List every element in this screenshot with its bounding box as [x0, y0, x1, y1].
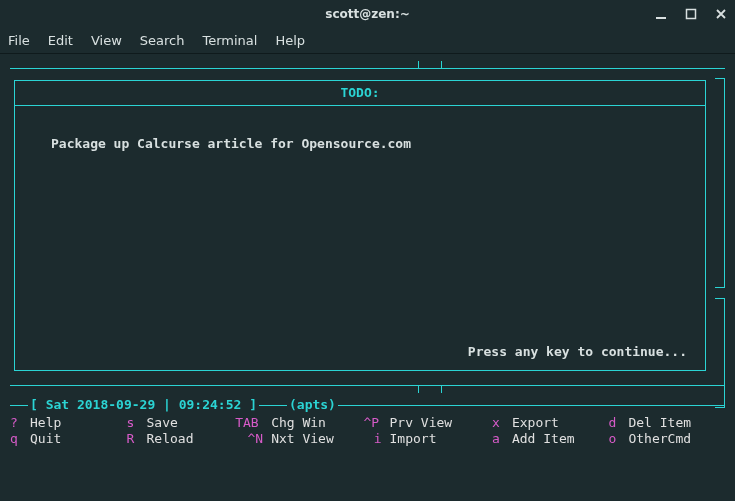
key-chgwin-l: Chg Win	[271, 415, 326, 431]
keybindings: ?Help sSave TABChg Win ^PPrv View xExpor…	[10, 415, 725, 447]
menu-search[interactable]: Search	[140, 33, 185, 48]
key-save-l: Save	[147, 415, 178, 431]
status-bar: [ Sat 2018-09-29 | 09:24:52 ] (apts)	[10, 397, 725, 413]
key-reload-k: R	[127, 431, 147, 447]
key-quit-k: q	[10, 431, 30, 447]
bottom-rule	[10, 377, 725, 393]
key-export-k: x	[492, 415, 512, 431]
menu-edit[interactable]: Edit	[48, 33, 73, 48]
menu-file[interactable]: File	[8, 33, 30, 48]
key-help-l: Help	[30, 415, 61, 431]
key-nxtview-k: ^N	[235, 431, 271, 447]
key-save-k: s	[127, 415, 147, 431]
menu-help[interactable]: Help	[275, 33, 305, 48]
menu-terminal[interactable]: Terminal	[202, 33, 257, 48]
svg-rect-1	[687, 10, 696, 19]
side-panel-fragment-lower	[715, 298, 725, 408]
key-import-k: i	[364, 431, 390, 447]
key-row-1: ?Help sSave TABChg Win ^PPrv View xExpor…	[10, 415, 725, 431]
svg-rect-0	[656, 17, 666, 19]
key-nxtview-l: Nxt View	[271, 431, 334, 447]
key-delitem-k: d	[608, 415, 628, 431]
side-panel-fragment-upper	[715, 78, 725, 288]
key-quit-l: Quit	[30, 431, 61, 447]
key-row-2: qQuit RReload ^NNxt View iImport aAdd It…	[10, 431, 725, 447]
key-reload-l: Reload	[147, 431, 194, 447]
minimize-icon[interactable]	[653, 6, 669, 22]
todo-panel: TODO: Package up Calcurse article for Op…	[14, 80, 706, 371]
window-controls	[653, 0, 729, 28]
titlebar: scott@zen:~	[0, 0, 735, 28]
menu-view[interactable]: View	[91, 33, 122, 48]
window-title: scott@zen:~	[325, 7, 410, 21]
continue-prompt: Press any key to continue...	[468, 344, 687, 360]
key-additem-l: Add Item	[512, 431, 575, 447]
todo-item: Package up Calcurse article for Opensour…	[51, 136, 685, 152]
menubar: File Edit View Search Terminal Help	[0, 28, 735, 54]
key-export-l: Export	[512, 415, 559, 431]
key-help-k: ?	[10, 415, 30, 431]
key-othercmd-k: o	[608, 431, 628, 447]
key-prvview-k: ^P	[364, 415, 390, 431]
status-date: [ Sat 2018-09-29 | 09:24:52 ]	[28, 397, 259, 413]
key-import-l: Import	[390, 431, 437, 447]
terminal-area[interactable]: TODO: Package up Calcurse article for Op…	[0, 54, 735, 501]
key-prvview-l: Prv View	[390, 415, 453, 431]
todo-header: TODO:	[15, 81, 705, 106]
key-chgwin-k: TAB	[235, 415, 271, 431]
close-icon[interactable]	[713, 6, 729, 22]
key-othercmd-l: OtherCmd	[628, 431, 691, 447]
status-apts: (apts)	[287, 397, 338, 413]
key-additem-k: a	[492, 431, 512, 447]
maximize-icon[interactable]	[683, 6, 699, 22]
key-delitem-l: Del Item	[628, 415, 691, 431]
top-rule	[10, 60, 725, 76]
